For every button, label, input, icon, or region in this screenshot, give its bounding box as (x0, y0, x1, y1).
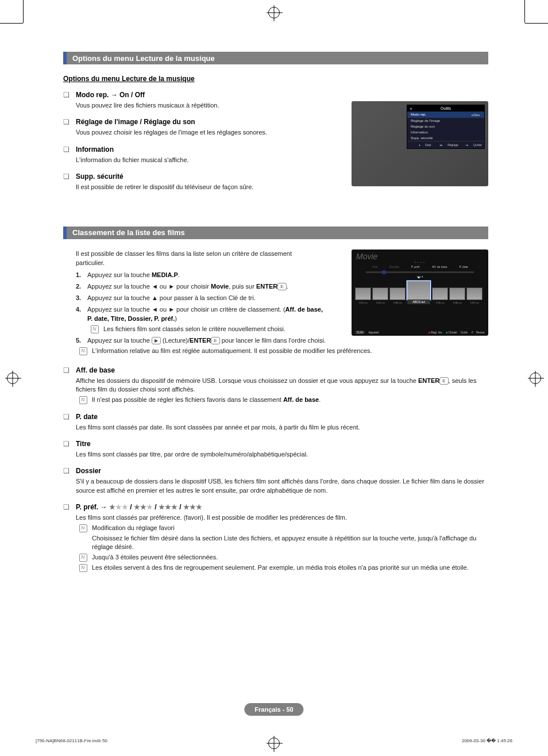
device-label: Appareil (368, 331, 381, 334)
star-icon: ★ (183, 503, 190, 511)
star-icon: ★ (109, 503, 115, 511)
registration-mark (268, 7, 280, 18)
thumbnail: 1232.avi (372, 287, 388, 300)
option-title: Titre (63, 440, 488, 448)
tools-row: Information (407, 129, 484, 135)
note-body: Choisissez le fichier film désiré dans l… (92, 534, 488, 552)
option-desc: Les films sont classés par titre, par or… (63, 450, 488, 459)
thumbnail: 1236.avi (449, 287, 465, 300)
row-label: Réglage du son (411, 125, 435, 128)
tools-panel-title: Outils (407, 105, 484, 112)
enter-icon: E (211, 337, 219, 344)
tab: Aff. de base (432, 265, 447, 268)
page-content: Options du menu Lecture de la musique Op… (63, 52, 488, 581)
sort-indicator-bar (366, 271, 474, 273)
registration-mark (530, 373, 541, 384)
step-2: 2. Appuyez sur la touche ◄ ou ► pour cho… (76, 282, 327, 291)
section-accent-bar (63, 52, 67, 64)
star-icon: ★ (115, 503, 122, 511)
step-4: 4. Appuyez sur la touche ◄ ou ► pour cho… (76, 305, 327, 334)
hint-choose: Choisir (446, 331, 457, 334)
crop-mark (23, 0, 24, 23)
footer-timestamp: 2009-03-30 �� 1:45:28 (462, 738, 512, 743)
tab: P. date (459, 265, 468, 268)
star-icon: ★ (122, 503, 128, 511)
option-note: Les étoiles servent à des fins de regrou… (63, 563, 488, 573)
tools-panel: Outils Modo rep. ◂On▸ Réglage de l'image… (407, 105, 485, 149)
movie-screen-title: Movie (352, 250, 488, 261)
hint-fav: Régl. fav. (428, 331, 442, 334)
steps-list: 1. Appuyez sur la touche MEDIA.P. 2. App… (63, 271, 327, 356)
option-p-pref: P. préf. → ★★★ / ★★★ / ★★★ / ★★★ Les fil… (63, 503, 488, 573)
row-label: Réglage de l'image (411, 119, 440, 122)
sort-tabs: Titre Dossier P. préf. Aff. de base P. d… (352, 264, 488, 270)
thumbnail: 1233.avi (389, 287, 406, 300)
tools-row: Réglage du son (407, 124, 484, 129)
footer-hint: ♦ Dépl. (415, 143, 432, 147)
option-title: Aff. de base (63, 366, 488, 374)
option-p-date: P. date Les films sont classés par date.… (63, 413, 488, 432)
option-aff-de-base: Aff. de base Affiche les dossiers du dis… (63, 366, 488, 405)
section-heading-music-options: Options du menu Lecture de la musique (63, 52, 488, 64)
footer-right: Régl. fav. Choisir Outils ↺ Retour (426, 331, 485, 334)
option-desc: S'il y a beaucoup de dossiers dans le di… (63, 477, 488, 495)
crop-mark (525, 23, 548, 24)
section-accent-bar (63, 227, 67, 239)
star-icon: ★ (146, 503, 153, 511)
thumbnail-row: 1231.avi 1232.avi 1233.avi ABCD.avi 1235… (352, 278, 488, 301)
footer-hint: ▪▸ Quitter (462, 143, 482, 147)
crop-mark (524, 0, 525, 23)
screenshot-movie-list: Movie • • • ▪ Titre Dossier P. préf. Aff… (352, 250, 488, 336)
tab: Titre (372, 265, 377, 268)
thumbnail: 1231.avi (355, 287, 371, 300)
option-dossier: Dossier S'il y a beaucoup de dossiers da… (63, 467, 488, 495)
option-note: Il n'est pas possible de régler les fich… (63, 396, 488, 405)
play-icon: ▶ (152, 337, 161, 344)
option-note: Jusqu'à 3 étoiles peuvent être sélection… (63, 553, 488, 562)
arrow-left-icon: ◂ (471, 113, 473, 117)
tools-row-modo-rep: Modo rep. ◂On▸ (407, 112, 484, 118)
registration-mark (268, 738, 280, 749)
footer-filename: [750-NA]BN68-02111B-Fre.indb 50 (36, 738, 107, 743)
step-1: 1. Appuyez sur la touche MEDIA.P. (76, 271, 327, 280)
option-desc: Les films sont classés par préférence. (… (63, 513, 488, 522)
option-titre: Titre Les films sont classés par titre, … (63, 440, 488, 459)
tools-row: Réglage de l'image (407, 118, 484, 124)
hint-tools: Outils (460, 331, 468, 334)
row-label: Information (411, 131, 428, 134)
section-title: Options du menu Lecture de la musique (72, 54, 215, 63)
registration-mark (7, 373, 18, 384)
tools-row: Supp. sécurité (407, 135, 484, 141)
step-5: 5. Appuyez sur la touche ▶ (Lecture)/ENT… (76, 336, 327, 356)
thumbnail: 1235.avi (432, 287, 448, 300)
footer-hint: ◂▸ Réglage (435, 143, 458, 147)
footer-left: SUM Appareil (355, 331, 385, 334)
star-icon: ★ (134, 503, 140, 511)
tools-footer: ♦ Dépl. ◂▸ Réglage ▪▸ Quitter (407, 141, 484, 148)
arrow-right-icon: ▸ (478, 113, 480, 117)
tab: Dossier (389, 265, 399, 268)
thumbnail-selected: ABCD.avi (407, 281, 431, 300)
star-icon: ★ (165, 503, 171, 511)
row-value: On (473, 113, 478, 117)
section-intro: Il est possible de classer les films dan… (63, 250, 316, 268)
star-icon: ★ (140, 503, 146, 511)
option-title: P. date (63, 413, 488, 421)
option-title: P. préf. → ★★★ / ★★★ / ★★★ / ★★★ (63, 503, 488, 511)
thumbnail: 1237.avi (466, 287, 483, 300)
step-5-note: L'information relative au film est réglé… (76, 347, 478, 356)
option-title: Dossier (63, 467, 488, 475)
crop-mark (0, 23, 23, 24)
enter-icon: E (439, 377, 448, 385)
option-desc: Les films sont classés par date. Ils son… (63, 423, 488, 432)
option-note: Modification du réglage favori Choisisse… (63, 524, 488, 552)
star-icon: ★ (159, 503, 165, 511)
star-icon: ★ (171, 503, 177, 511)
row-label: Modo rep. (411, 113, 426, 117)
enter-icon: E (277, 283, 286, 290)
page-number-badge: Français - 50 (244, 703, 303, 716)
row-label: Supp. sécurité (411, 136, 433, 140)
section-title: Classement de la liste des films (72, 228, 185, 237)
tab: P. préf. (411, 265, 420, 268)
sum-badge: SUM (355, 331, 365, 334)
